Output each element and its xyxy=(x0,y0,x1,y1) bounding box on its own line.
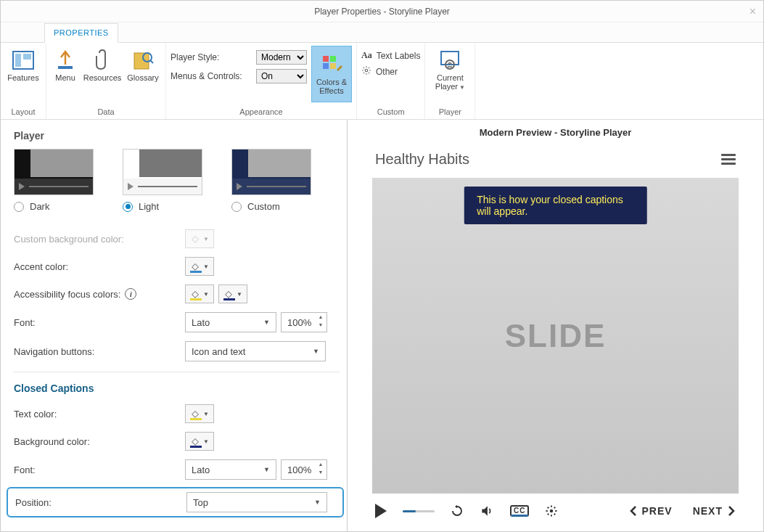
svg-point-11 xyxy=(365,69,368,72)
text-labels-button[interactable]: Aa Text Labels xyxy=(361,50,420,61)
theme-light[interactable]: Light xyxy=(123,149,202,212)
current-player-button[interactable]: Current Player▼ xyxy=(430,46,470,94)
theme-light-label: Light xyxy=(139,201,159,212)
svg-rect-8 xyxy=(330,56,336,62)
svg-rect-3 xyxy=(58,66,73,69)
preview-title: Modern Preview - Storyline Player xyxy=(348,120,763,145)
cc-text-row: Text color: ▼ xyxy=(14,404,340,423)
seekbar[interactable] xyxy=(403,510,435,512)
chevron-right-icon xyxy=(727,505,736,517)
cc-text-label: Text color: xyxy=(14,409,185,420)
preview-frame: Healthy Habits This is how your closed c… xyxy=(372,145,739,524)
menus-controls-row: Menus & Controls: On xyxy=(171,69,307,83)
features-label: Features xyxy=(7,73,38,82)
theme-dark[interactable]: Dark xyxy=(14,149,94,212)
svg-line-6 xyxy=(150,60,153,63)
group-label-data: Data xyxy=(51,106,161,118)
play-icon xyxy=(375,504,387,518)
play-button[interactable] xyxy=(375,504,387,518)
menu-label: Menu xyxy=(55,73,75,82)
a11y-label: Accessibility focus colors: xyxy=(14,289,120,300)
position-dropdown[interactable]: Top▼ xyxy=(186,492,327,512)
ribbon-group-appearance: Player Style: Modern Menus & Controls: O… xyxy=(166,43,357,119)
cc-icon: CC xyxy=(510,505,529,517)
theme-custom-thumb xyxy=(231,149,311,195)
menu-button[interactable]: Menu xyxy=(51,46,80,85)
resources-button[interactable]: Resources xyxy=(84,46,120,85)
custom-bg-label: Custom background color: xyxy=(14,234,185,245)
replay-button[interactable] xyxy=(451,504,464,517)
close-icon[interactable]: × xyxy=(749,5,756,18)
position-row: Position: Top▼ xyxy=(7,487,344,517)
cc-section-title: Closed Captions xyxy=(14,382,340,394)
volume-icon xyxy=(480,504,494,518)
main-area: Player Dark Light Custom Custom backgrou… xyxy=(1,120,763,532)
radio-light[interactable] xyxy=(123,202,133,212)
a11y-color1-button[interactable]: ▼ xyxy=(185,285,214,303)
a11y-color2-button[interactable]: ▼ xyxy=(218,285,247,303)
glossary-icon xyxy=(131,49,155,72)
volume-button[interactable] xyxy=(480,504,494,518)
cc-button[interactable]: CC xyxy=(510,505,529,517)
ribbon-group-layout: Features Layout xyxy=(1,43,46,119)
player-style-select[interactable]: Modern xyxy=(256,50,307,65)
current-player-label: Current Player▼ xyxy=(431,73,469,91)
caption-preview: This is how your closed captions will ap… xyxy=(464,187,647,224)
slide-area: This is how your closed captions will ap… xyxy=(372,178,739,494)
group-label-player: Player xyxy=(430,106,470,118)
custom-bg-color-button: ▼ xyxy=(185,229,214,248)
font-dropdown[interactable]: Lato▼ xyxy=(185,312,276,332)
tab-properties[interactable]: PROPERTIES xyxy=(44,23,118,43)
paperclip-icon xyxy=(91,49,114,72)
position-label: Position: xyxy=(12,497,186,508)
player-controls: CC PREV NEXT xyxy=(372,494,739,524)
accent-label: Accent color: xyxy=(14,261,185,272)
svg-point-14 xyxy=(550,510,554,513)
player-style-label: Player Style: xyxy=(171,52,250,62)
prev-button[interactable]: PREV xyxy=(629,505,673,517)
svg-rect-2 xyxy=(23,54,31,60)
cc-font-dropdown[interactable]: Lato▼ xyxy=(185,459,276,480)
cc-font-size-spinner[interactable]: 100%▲▼ xyxy=(281,459,327,480)
font-label: Font: xyxy=(14,317,185,328)
svg-rect-1 xyxy=(15,54,21,67)
hamburger-icon[interactable] xyxy=(721,154,736,165)
player-style-row: Player Style: Modern xyxy=(171,50,307,65)
settings-button[interactable] xyxy=(545,504,558,517)
glossary-button[interactable]: Glossary xyxy=(125,46,161,85)
colors-effects-button[interactable]: Colors & Effects xyxy=(311,46,352,102)
next-button[interactable]: NEXT xyxy=(693,505,736,517)
theme-custom[interactable]: Custom xyxy=(231,149,311,212)
ribbon: Features Layout Menu Resources xyxy=(1,43,763,120)
radio-dark[interactable] xyxy=(14,202,24,212)
info-icon[interactable]: i xyxy=(125,288,136,300)
gear-icon xyxy=(361,65,371,78)
theme-dark-thumb xyxy=(14,149,94,195)
preview-header: Healthy Habits xyxy=(372,145,739,178)
window-title: Player Properties - Storyline Player xyxy=(314,7,450,17)
chevron-left-icon xyxy=(629,505,638,517)
divider xyxy=(14,372,340,372)
slide-placeholder: SLIDE xyxy=(505,318,607,354)
cc-text-color-button[interactable]: ▼ xyxy=(185,404,214,423)
custom-bg-row: Custom background color: ▼ xyxy=(14,229,340,248)
radio-custom[interactable] xyxy=(231,202,242,212)
font-size-spinner[interactable]: 100%▲▼ xyxy=(281,312,327,332)
menus-controls-select[interactable]: On xyxy=(256,69,307,83)
text-labels-icon: Aa xyxy=(361,50,372,61)
font-row: Font: Lato▼ 100%▲▼ xyxy=(14,312,340,332)
group-label-layout: Layout xyxy=(5,106,41,118)
player-section-title: Player xyxy=(14,130,340,142)
accent-row: Accent color: ▼ xyxy=(14,257,340,276)
features-button[interactable]: Features xyxy=(5,46,41,85)
other-button[interactable]: Other xyxy=(361,65,420,78)
theme-dark-label: Dark xyxy=(30,201,49,212)
accent-color-button[interactable]: ▼ xyxy=(185,257,214,276)
cc-bg-color-button[interactable]: ▼ xyxy=(185,432,214,451)
svg-rect-7 xyxy=(323,56,329,62)
cc-bg-label: Background color: xyxy=(14,436,185,447)
cc-font-row: Font: Lato▼ 100%▲▼ xyxy=(14,459,340,480)
preview-panel: Modern Preview - Storyline Player Health… xyxy=(348,120,763,532)
nav-dropdown[interactable]: Icon and text▼ xyxy=(185,341,326,361)
theme-light-thumb xyxy=(123,149,202,195)
